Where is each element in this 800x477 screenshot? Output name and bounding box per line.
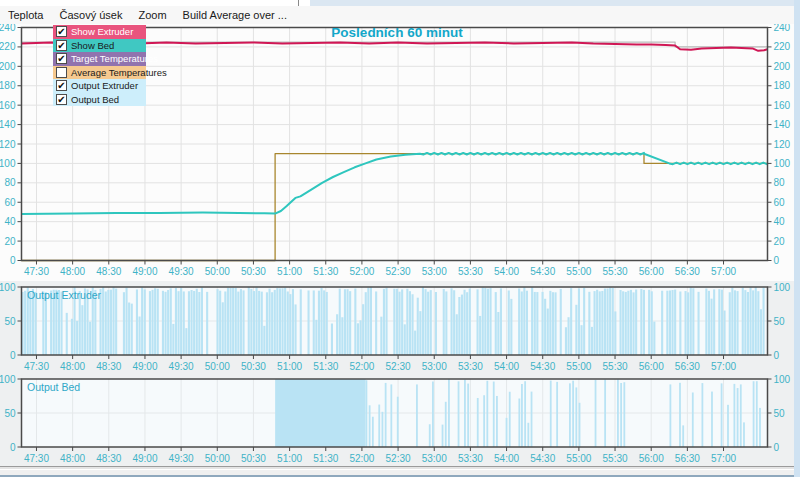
svg-text:60: 60 — [4, 197, 16, 208]
svg-text:51:30: 51:30 — [313, 361, 338, 372]
svg-text:55:30: 55:30 — [603, 266, 628, 277]
svg-text:51:30: 51:30 — [313, 453, 338, 464]
svg-text:50:30: 50:30 — [241, 361, 266, 372]
svg-text:50: 50 — [4, 316, 16, 327]
svg-text:53:30: 53:30 — [458, 361, 483, 372]
menu-item-teplota[interactable]: Teplota — [0, 8, 51, 22]
svg-text:220: 220 — [0, 41, 16, 52]
svg-text:100: 100 — [0, 375, 16, 385]
svg-text:100: 100 — [774, 283, 791, 293]
svg-text:49:30: 49:30 — [169, 453, 194, 464]
svg-text:49:30: 49:30 — [169, 266, 194, 277]
svg-text:240: 240 — [0, 24, 16, 33]
svg-text:57:00: 57:00 — [711, 453, 736, 464]
svg-text:56:30: 56:30 — [675, 266, 700, 277]
legend-row-average-temperatures[interactable]: Average Temperatures — [53, 66, 146, 80]
svg-text:52:00: 52:00 — [349, 453, 374, 464]
checkbox-average-temperatures[interactable] — [56, 67, 67, 78]
svg-text:140: 140 — [0, 119, 16, 130]
svg-text:50:30: 50:30 — [241, 453, 266, 464]
svg-text:48:00: 48:00 — [60, 453, 85, 464]
svg-text:53:30: 53:30 — [458, 266, 483, 277]
svg-text:200: 200 — [0, 61, 16, 72]
menu-item-asov-sek[interactable]: Časový úsek — [51, 8, 130, 22]
svg-text:47:30: 47:30 — [24, 361, 49, 372]
svg-text:48:30: 48:30 — [96, 266, 121, 277]
svg-text:100: 100 — [0, 283, 16, 293]
legend-row-show-bed[interactable]: ✔Show Bed — [53, 39, 146, 53]
svg-text:57:00: 57:00 — [711, 361, 736, 372]
svg-text:55:00: 55:00 — [566, 266, 591, 277]
svg-text:54:30: 54:30 — [530, 361, 555, 372]
legend-label: Output Extruder — [71, 80, 138, 91]
svg-text:120: 120 — [774, 139, 791, 150]
svg-text:40: 40 — [4, 216, 16, 227]
svg-text:57:00: 57:00 — [711, 266, 736, 277]
svg-text:52:00: 52:00 — [349, 361, 374, 372]
bottom-dock-edge — [0, 470, 794, 477]
checkbox-show-extruder[interactable]: ✔ — [56, 26, 67, 37]
svg-text:48:30: 48:30 — [96, 453, 121, 464]
svg-text:40: 40 — [774, 216, 786, 227]
svg-text:51:00: 51:00 — [277, 266, 302, 277]
curve-legend: ✔Show Extruder✔Show Bed✔Target Temperatu… — [53, 25, 146, 106]
svg-text:54:00: 54:00 — [494, 266, 519, 277]
svg-text:55:00: 55:00 — [566, 453, 591, 464]
svg-text:54:00: 54:00 — [494, 361, 519, 372]
legend-row-show-extruder[interactable]: ✔Show Extruder — [53, 25, 146, 39]
svg-text:50: 50 — [774, 408, 786, 419]
svg-text:49:00: 49:00 — [132, 453, 157, 464]
svg-text:51:30: 51:30 — [313, 266, 338, 277]
svg-text:0: 0 — [774, 350, 780, 361]
svg-text:80: 80 — [4, 177, 16, 188]
svg-text:54:30: 54:30 — [530, 266, 555, 277]
svg-text:160: 160 — [0, 100, 16, 111]
svg-text:50: 50 — [774, 316, 786, 327]
menu-item-build-average-over[interactable]: Build Average over ... — [175, 8, 295, 22]
svg-text:0: 0 — [10, 442, 16, 453]
legend-row-output-bed[interactable]: ✔Output Bed — [53, 93, 146, 107]
window-right-border — [794, 0, 800, 477]
checkbox-target-temperatures[interactable]: ✔ — [56, 53, 67, 64]
legend-row-output-extruder[interactable]: ✔Output Extruder — [53, 79, 146, 93]
svg-text:52:30: 52:30 — [386, 266, 411, 277]
svg-text:56:00: 56:00 — [639, 361, 664, 372]
svg-text:50:00: 50:00 — [205, 453, 230, 464]
output-extruder-chart-canvas[interactable]: 00505010010047:3048:0048:3049:0049:3050:… — [0, 283, 794, 373]
svg-text:48:30: 48:30 — [96, 361, 121, 372]
svg-text:20: 20 — [774, 236, 786, 247]
svg-text:55:30: 55:30 — [603, 453, 628, 464]
svg-text:100: 100 — [774, 375, 791, 385]
menu-item-zoom[interactable]: Zoom — [130, 8, 174, 22]
svg-text:100: 100 — [0, 158, 16, 169]
svg-text:48:00: 48:00 — [60, 361, 85, 372]
svg-text:20: 20 — [4, 236, 16, 247]
checkbox-show-bed[interactable]: ✔ — [56, 40, 67, 51]
svg-text:180: 180 — [774, 80, 791, 91]
svg-text:100: 100 — [774, 158, 791, 169]
svg-text:60: 60 — [774, 197, 786, 208]
svg-text:52:30: 52:30 — [386, 361, 411, 372]
svg-text:0: 0 — [774, 255, 780, 266]
legend-label: Show Extruder — [71, 26, 133, 37]
svg-text:55:30: 55:30 — [603, 361, 628, 372]
svg-text:0: 0 — [10, 255, 16, 266]
svg-text:53:00: 53:00 — [422, 361, 447, 372]
svg-text:47:30: 47:30 — [24, 266, 49, 277]
svg-text:48:00: 48:00 — [60, 266, 85, 277]
checkbox-output-extruder[interactable]: ✔ — [56, 80, 67, 91]
checkbox-output-bed[interactable]: ✔ — [56, 94, 67, 105]
svg-text:47:30: 47:30 — [24, 453, 49, 464]
svg-text:56:30: 56:30 — [675, 361, 700, 372]
svg-text:120: 120 — [0, 139, 16, 150]
svg-text:160: 160 — [774, 100, 791, 111]
svg-text:52:30: 52:30 — [386, 453, 411, 464]
svg-text:50:00: 50:00 — [205, 266, 230, 277]
svg-text:50:00: 50:00 — [205, 361, 230, 372]
svg-text:80: 80 — [774, 177, 786, 188]
svg-text:56:00: 56:00 — [639, 266, 664, 277]
legend-label: Show Bed — [71, 40, 114, 51]
svg-text:50: 50 — [4, 408, 16, 419]
output-bed-chart-canvas[interactable]: 00505010010047:3048:0048:3049:0049:3050:… — [0, 375, 794, 465]
legend-row-target-temperatures[interactable]: ✔Target Temperatures — [53, 52, 146, 66]
